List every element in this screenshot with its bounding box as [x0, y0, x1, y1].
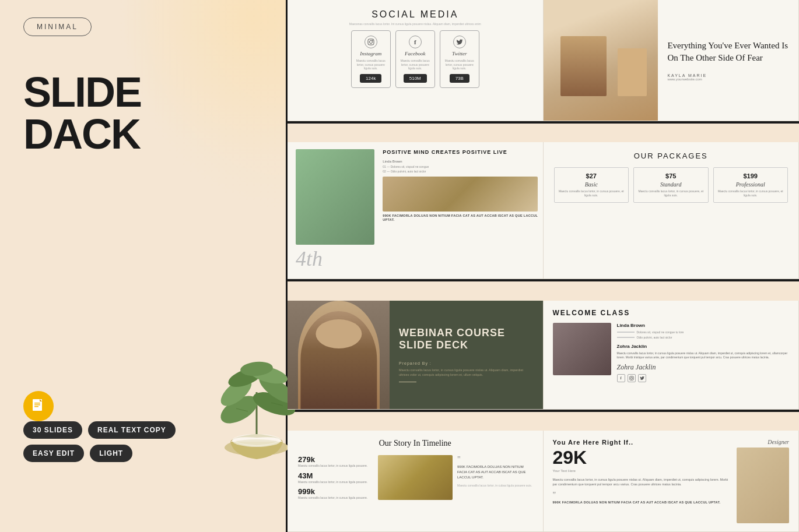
timeline-quote-mark: ": [457, 455, 532, 464]
svg-point-18: [372, 40, 373, 41]
welcome-social-ig: [628, 374, 636, 382]
package-basic-price: $27: [558, 172, 625, 179]
minimal-badge: MINIMAL: [23, 17, 92, 36]
youare-desc: Maectu convallis lacus lortor, in cursus…: [553, 477, 731, 487]
timeline-quote: 990K FACIMORLA DOLUAS NON NITIUM FACIA C…: [457, 464, 532, 480]
timeline-content: 279k Maectu convallis lacus lortor, in c…: [298, 455, 532, 500]
quote-text-area: Everything You've Ever Wanted Is On The …: [658, 0, 798, 121]
svg-point-1: [232, 434, 281, 447]
dark-separator-2: [288, 279, 799, 281]
svg-rect-15: [34, 406, 38, 407]
slide-quote: Everything You've Ever Wanted Is On The …: [544, 0, 800, 121]
youare-right: Designer: [737, 439, 789, 523]
youare-left: You Are Here Right If.. 29K Your Text He…: [553, 439, 731, 523]
svg-rect-16: [368, 39, 374, 45]
webinar-title: WEBINAR COURSE SLIDE DECK: [399, 327, 534, 352]
instagram-desc: Maectu convallis lacus lortor, cursus po…: [355, 59, 387, 71]
instagram-label: Instagram: [360, 51, 381, 57]
stat-43m-sub: Maectu convallis lacus lortor, in cursus…: [298, 480, 373, 484]
facebook-desc: Maectu convallis lacus lortor, cursus po…: [400, 59, 431, 71]
svg-rect-14: [34, 404, 40, 406]
positive-4th: 4th: [296, 248, 379, 272]
social-instagram: Instagram Maectu convallis lacus lortor,…: [351, 30, 391, 88]
slide-welcome: WELCOME CLASS Linda Brown Dolores sit, v…: [544, 301, 800, 410]
package-professional: $199 Professional Maectu convallis lacus…: [713, 167, 789, 203]
dark-separator-1: [288, 121, 799, 124]
twitter-label: Twitter: [452, 51, 467, 57]
youare-quote-mark: ": [553, 491, 731, 500]
welcome-person2-name: Zohra Jacklin: [617, 344, 790, 349]
facebook-label: Facebook: [405, 51, 425, 57]
quote-heading: Everything You've Ever Wanted Is On The …: [667, 40, 789, 64]
slide-youare: You Are Here Right If.. 29K Your Text He…: [544, 431, 800, 532]
timeline-stats: 279k Maectu convallis lacus lortor, in c…: [298, 455, 373, 500]
badges-section: 30 SLIDES REAL TEXT COPY EASY EDIT LIGHT: [23, 421, 176, 462]
welcome-content: Linda Brown Dolores sit, vispud ne congu…: [553, 323, 790, 382]
webinar-arrow: [399, 382, 416, 382]
welcome-person1-name: Linda Brown: [617, 323, 790, 328]
slide-positive: POSITIVE MIND CREATES POSITIVE LIVE Lind…: [288, 142, 544, 279]
youare-shelf-image: [737, 448, 789, 523]
twitter-stat: 73B: [450, 74, 469, 83]
left-panel: MINIMAL SLIDE DACK: [0, 0, 286, 532]
package-standard-name: Standard: [637, 181, 705, 188]
slide-packages: OUR PACKAGES $27 Basic Maectu convallis …: [544, 142, 800, 279]
social-title: SOCIAL MEDIA: [372, 9, 458, 20]
slide-timeline: Our Story In Timeline 279k Maectu conval…: [288, 431, 544, 532]
welcome-info: Linda Brown Dolores sit, vispud ne congu…: [617, 323, 790, 382]
package-basic: $27 Basic Maectu convallis lacus lortor,…: [554, 167, 629, 203]
badge-light: LIGHT: [90, 445, 132, 462]
timeline-stat-2: 43M Maectu convallis lacus lortor, in cu…: [298, 471, 373, 484]
timeline-stat-1: 279k Maectu convallis lacus lortor, in c…: [298, 455, 373, 468]
instagram-icon: [365, 36, 377, 48]
timeline-stat-3: 999k Maectu convallis lacus lortor, in c…: [298, 487, 373, 500]
timeline-quote-area: " 990K FACIMORLA DOLUAS NON NITIUM FACIA…: [457, 455, 532, 500]
welcome-social-fb: f: [617, 374, 625, 382]
webinar-text: WEBINAR COURSE SLIDE DECK Prepared By : …: [390, 301, 543, 409]
twitter-desc: Maectu convallis lacus lortor, cursus po…: [444, 59, 475, 71]
timeline-image: [378, 455, 453, 500]
slide-social-media: SOCIAL MEDIA Maecenas convallis lacus lo…: [288, 0, 544, 121]
positive-person: Linda Brown: [383, 160, 538, 163]
welcome-signature: Zohra Jacklin: [617, 363, 790, 372]
webinar-prepared: Prepared By :: [399, 361, 534, 365]
package-standard-price: $75: [637, 172, 705, 179]
social-twitter: Twitter Maectu convallis lacus lortor, c…: [440, 30, 479, 88]
welcome-person2-desc: Maectu convallis lacus lortor, in cursus…: [617, 351, 790, 360]
youare-designer: Designer: [737, 439, 789, 445]
stat-999k: 999k: [298, 487, 373, 496]
google-slides-icon: [23, 391, 54, 421]
badge-slides: 30 SLIDES: [23, 421, 82, 439]
social-facebook: f Facebook Maectu convallis lacus lortor…: [395, 30, 435, 88]
packages-title: OUR PACKAGES: [554, 152, 789, 160]
package-standard: $75 Standard Maectu convallis lacus lort…: [633, 167, 709, 203]
stat-999k-sub: Maectu convallis lacus lortor, in cursus…: [298, 496, 373, 500]
welcome-lines: Dolores sit, vispud ne congue tu lore Od…: [617, 330, 790, 339]
timeline-sub-quote: Maectu convallis lacus lortor, in cubas …: [457, 484, 532, 487]
svg-point-17: [369, 41, 372, 44]
package-basic-desc: Maectu convallis lacus lortor, in cursus…: [558, 189, 625, 198]
instagram-stat: 124k: [360, 74, 381, 83]
quote-website: www.yourwebsite.com: [667, 77, 789, 81]
positive-image: [296, 149, 374, 245]
quote-author: KAYLA MARIE: [667, 73, 789, 77]
stat-279k-sub: Maectu convallis lacus lortor, in cursus…: [298, 464, 373, 468]
welcome-social-tw: [638, 374, 646, 382]
badge-real-text: REAL TEXT COPY: [88, 421, 176, 439]
badge-easy-edit: EASY EDIT: [23, 445, 84, 462]
package-pro-price: $199: [717, 172, 784, 179]
svg-rect-13: [34, 403, 40, 404]
svg-point-20: [630, 377, 632, 379]
youare-sub: Your Text Here: [553, 469, 731, 473]
youare-number: 29K: [553, 448, 731, 467]
packages-grid: $27 Basic Maectu convallis lacus lortor,…: [554, 167, 789, 203]
package-pro-desc: Maectu convallis lacus lortor, in cursus…: [717, 189, 784, 198]
package-standard-desc: Maectu convallis lacus lortor, in cursus…: [637, 189, 705, 198]
quote-image: [544, 0, 658, 121]
slide-title: SLIDE DACK: [23, 71, 262, 155]
package-pro-name: Professional: [717, 181, 784, 188]
svg-rect-19: [629, 376, 633, 380]
stat-43m: 43M: [298, 471, 373, 480]
webinar-desc: Maectu convallis lacus lortor, in cursus…: [399, 368, 534, 378]
youare-quote: 990K FACIMORLA DOLUAS NON NITIUM FACIA C…: [553, 500, 731, 505]
